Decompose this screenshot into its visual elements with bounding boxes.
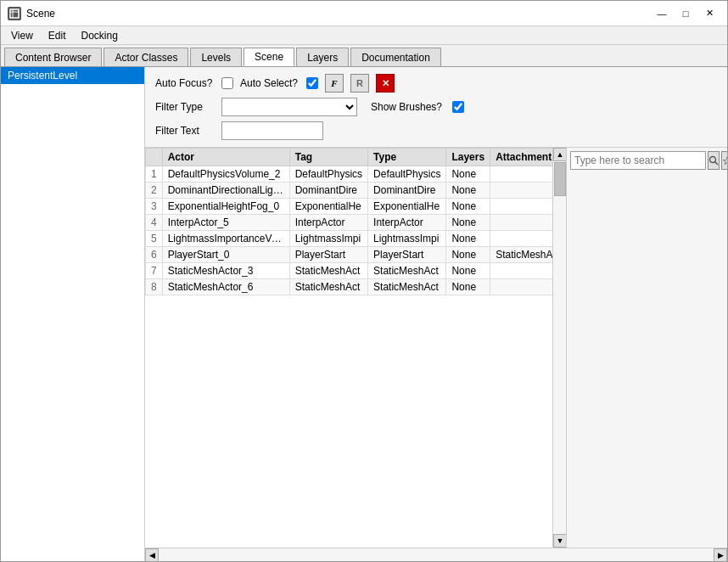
svg-point-3	[710, 157, 716, 163]
col-tag: Tag	[289, 149, 367, 166]
cell-attachment	[490, 263, 552, 279]
app-icon	[8, 7, 21, 20]
close-button[interactable]: ✕	[698, 5, 720, 22]
tab-layers[interactable]: Layers	[296, 48, 349, 66]
right-scrollbar[interactable]: ▲ ▼	[552, 148, 566, 548]
cell-type: ExponentialHe	[368, 199, 446, 215]
auto-focus-checkbox[interactable]	[221, 77, 233, 89]
tab-actor-classes[interactable]: Actor Classes	[104, 48, 188, 66]
main-content: PersistentLevel Auto Focus? Auto Select?…	[1, 67, 727, 561]
row-num: 3	[146, 199, 163, 215]
cell-tag: LightmassImpi	[289, 231, 367, 247]
col-actor: Actor	[162, 149, 289, 166]
right-panel: Auto Focus? Auto Select? F R ✕ Filter Ty…	[145, 67, 727, 561]
table-and-scroll: Actor Tag Type Layers Attachment Ba Unre…	[145, 148, 566, 548]
cell-tag: DominantDire	[289, 183, 367, 199]
cell-type: DefaultPhysics	[368, 166, 446, 183]
menu-view[interactable]: View	[4, 28, 40, 43]
cell-type: PlayerStart	[368, 247, 446, 263]
content-area: Actor Tag Type Layers Attachment Ba Unre…	[145, 148, 727, 548]
tab-content-browser[interactable]: Content Browser	[4, 48, 102, 66]
h-scroll-track	[159, 548, 714, 561]
cell-actor: StaticMeshActor_3	[162, 263, 289, 279]
maximize-button[interactable]: □	[675, 5, 697, 22]
cell-tag: StaticMeshAct	[289, 263, 367, 279]
cell-layers: None	[446, 199, 490, 215]
cell-type: InterpActor	[368, 215, 446, 231]
horizontal-scrollbar[interactable]: ◀ ▶	[145, 548, 727, 561]
row-num: 1	[146, 166, 163, 183]
col-type: Type	[368, 149, 446, 166]
level-item-persistent[interactable]: PersistentLevel	[1, 67, 144, 84]
cell-attachment: StaticMeshActor_3	[490, 247, 552, 263]
auto-select-label: Auto Select?	[240, 77, 300, 89]
row-num: 6	[146, 247, 163, 263]
search-input[interactable]	[570, 151, 706, 170]
btn-r[interactable]: R	[350, 74, 369, 93]
col-attachment: Attachment Ba	[490, 149, 552, 166]
table-row[interactable]: 5 LightmassImportanceVolum LightmassImpi…	[146, 231, 553, 247]
table-row[interactable]: 7 StaticMeshActor_3 StaticMeshAct Static…	[146, 263, 553, 279]
cell-attachment	[490, 215, 552, 231]
scroll-right-btn[interactable]: ▶	[714, 548, 727, 562]
cell-actor: InterpActor_5	[162, 215, 289, 231]
row-num: 2	[146, 183, 163, 199]
cell-type: StaticMeshAct	[368, 263, 446, 279]
cell-tag: DefaultPhysics	[289, 166, 367, 183]
scroll-down-btn[interactable]: ▼	[553, 534, 566, 548]
btn-x[interactable]: ✕	[376, 74, 395, 93]
scroll-left-btn[interactable]: ◀	[145, 548, 159, 562]
cell-actor: StaticMeshActor_6	[162, 279, 289, 295]
svg-rect-0	[10, 9, 19, 18]
toolbar-area: Auto Focus? Auto Select? F R ✕ Filter Ty…	[145, 67, 727, 148]
filter-text-input[interactable]	[221, 121, 323, 140]
table-row[interactable]: 8 StaticMeshActor_6 StaticMeshAct Static…	[146, 279, 553, 295]
table-row[interactable]: 2 DominantDirectionalLight_0 DominantDir…	[146, 183, 553, 199]
menu-docking[interactable]: Docking	[74, 28, 124, 43]
menu-edit[interactable]: Edit	[42, 28, 73, 43]
tab-levels[interactable]: Levels	[190, 48, 242, 66]
toolbar-row-3: Filter Text	[155, 121, 717, 140]
search-row: ☆ ⋯	[570, 151, 724, 170]
auto-focus-label: Auto Focus?	[155, 77, 215, 89]
row-num: 7	[146, 263, 163, 279]
minimize-button[interactable]: —	[651, 5, 673, 22]
table-row[interactable]: 3 ExponentialHeightFog_0 ExponentialHe E…	[146, 199, 553, 215]
window-title: Scene	[26, 8, 55, 20]
table-row[interactable]: 6 PlayerStart_0 PlayerStart PlayerStart …	[146, 247, 553, 263]
tab-documentation[interactable]: Documentation	[350, 48, 441, 66]
show-brushes-checkbox[interactable]	[452, 101, 464, 113]
tab-bar: Content Browser Actor Classes Levels Sce…	[1, 45, 727, 67]
btn-f[interactable]: F	[325, 74, 344, 93]
auto-select-checkbox[interactable]	[306, 77, 318, 89]
cell-layers: None	[446, 247, 490, 263]
scroll-thumb[interactable]	[554, 162, 566, 196]
search-button[interactable]	[708, 151, 720, 170]
tab-scene[interactable]: Scene	[244, 48, 294, 66]
col-num	[146, 149, 163, 166]
main-window: Scene — □ ✕ View Edit Docking Content Br…	[0, 0, 728, 562]
cell-actor: DominantDirectionalLight_0	[162, 183, 289, 199]
scroll-track	[553, 161, 566, 534]
col-layers: Layers	[446, 149, 490, 166]
scroll-up-btn[interactable]: ▲	[553, 148, 566, 161]
menu-bar: View Edit Docking	[1, 26, 727, 45]
title-left: Scene	[8, 7, 55, 20]
cell-tag: StaticMeshAct	[289, 279, 367, 295]
table-row[interactable]: 4 InterpActor_5 InterpActor InterpActor …	[146, 215, 553, 231]
cell-actor: PlayerStart_0	[162, 247, 289, 263]
title-controls: — □ ✕	[651, 5, 720, 22]
cell-layers: None	[446, 263, 490, 279]
svg-line-4	[715, 162, 719, 166]
toolbar-row-2: Filter Type Show Brushes?	[155, 98, 717, 116]
cell-attachment	[490, 231, 552, 247]
left-panel: PersistentLevel	[1, 67, 145, 561]
cell-attachment	[490, 166, 552, 183]
filter-type-label: Filter Type	[155, 101, 215, 113]
cell-tag: ExponentialHe	[289, 199, 367, 215]
search-star-btn[interactable]: ☆	[721, 151, 727, 170]
table-row[interactable]: 1 DefaultPhysicsVolume_2 DefaultPhysics …	[146, 166, 553, 183]
filter-type-select[interactable]	[221, 98, 357, 116]
table-container[interactable]: Actor Tag Type Layers Attachment Ba Unre…	[145, 148, 552, 548]
cell-type: StaticMeshAct	[368, 279, 446, 295]
